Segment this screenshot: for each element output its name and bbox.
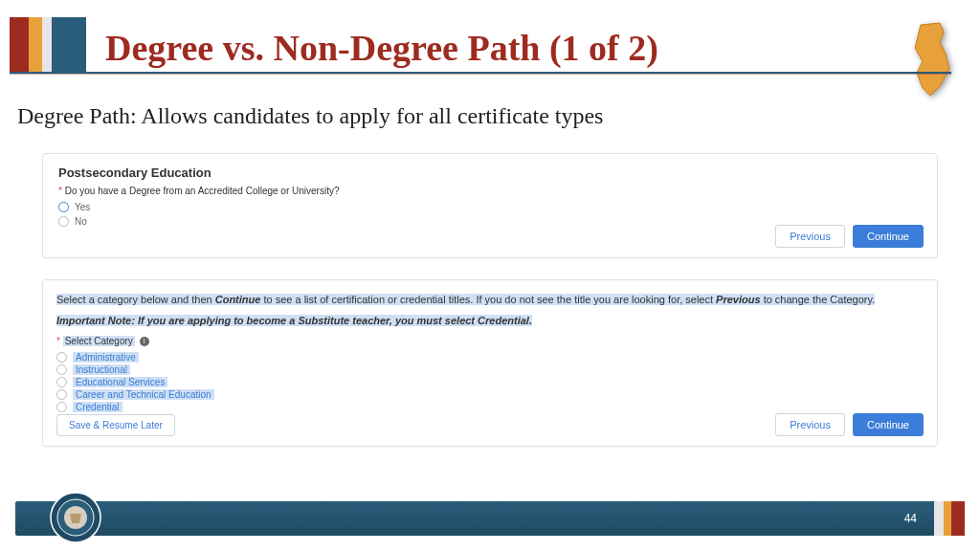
nj-doe-seal-icon [50,492,101,543]
radio-yes[interactable]: Yes [58,202,922,212]
slide-subtitle: Degree Path: Allows candidates to apply … [17,103,603,129]
previous-button[interactable]: Previous [775,413,845,436]
info-icon[interactable]: i [140,337,149,346]
page-number: 44 [904,512,917,525]
panel1-question: * Do you have a Degree from an Accredite… [58,186,922,196]
previous-button[interactable]: Previous [775,225,845,248]
radio-icon [56,377,67,387]
panel2-buttons: Previous Continue [775,413,924,436]
save-resume-button[interactable]: Save & Resume Later [56,414,175,436]
panel2-instructions: Select a category below and then Continu… [56,290,924,309]
panel1-heading: Postsecondary Education [58,165,922,180]
panel2-note: Important Note: If you are applying to b… [56,315,924,326]
panel1-buttons: Previous Continue [775,225,924,248]
radio-icon [58,202,69,212]
nj-state-icon [902,21,959,98]
radio-yes-label: Yes [75,202,90,212]
category-option[interactable]: Administrative [56,352,924,363]
category-option[interactable]: Instructional [56,364,924,375]
category-option[interactable]: Educational Services [56,377,924,387]
slide: Degree vs. Non-Degree Path (1 of 2) Degr… [0,0,980,551]
radio-icon [56,364,67,375]
header-rule-accent [10,74,951,75]
radio-icon [56,352,67,363]
radio-icon [58,216,69,227]
category-panel: Select a category below and then Continu… [42,279,938,447]
continue-button[interactable]: Continue [853,225,924,248]
category-option[interactable]: Credential [56,402,924,412]
category-option[interactable]: Career and Technical Education [56,389,924,400]
postsecondary-panel: Postsecondary Education * Do you have a … [42,153,938,258]
radio-no-label: No [75,216,87,227]
continue-button[interactable]: Continue [853,413,924,436]
footer-bar: 44 [15,501,965,536]
slide-title: Degree vs. Non-Degree Path (1 of 2) [105,27,658,69]
radio-icon [56,402,67,412]
radio-icon [56,389,67,400]
select-category-label: * Select Category i [56,336,149,346]
header-stripes [10,17,86,73]
footer-stripes [934,501,965,536]
